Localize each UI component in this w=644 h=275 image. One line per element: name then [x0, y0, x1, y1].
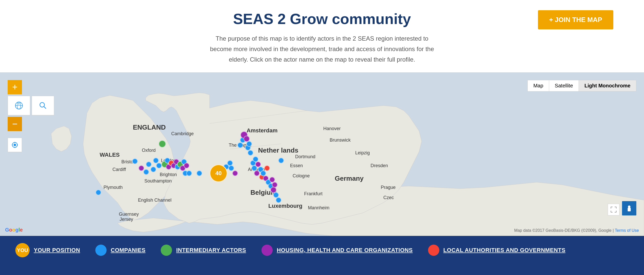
legend-item-you[interactable]: YOU YOUR POSITION — [15, 243, 80, 257]
legend-label-local-auth: LOCAL AUTHORITIES AND GOVERNMENTS — [443, 247, 566, 254]
legend-item-housing[interactable]: HOUSING, HEALTH AND CARE ORGANIZATIONS — [261, 245, 413, 256]
header-description: The purpose of this map is to identify a… — [207, 33, 437, 65]
map-icon-btn-1[interactable] — [8, 96, 30, 115]
legend-dot-companies — [95, 245, 107, 256]
svg-line-13 — [44, 107, 46, 109]
svg-point-14 — [14, 144, 16, 146]
pegman-icon — [626, 205, 633, 212]
my-location-button[interactable] — [8, 138, 22, 152]
map-background — [0, 72, 644, 236]
header: SEAS 2 Grow community + JOIN THE MAP The… — [0, 0, 644, 72]
location-icon — [11, 141, 18, 148]
legend-label-companies: COMPANIES — [111, 247, 145, 254]
map-type-controls[interactable]: Map Satellite Light Monochrome — [527, 80, 636, 91]
map-type-satellite[interactable]: Satellite — [549, 80, 579, 91]
legend-item-companies[interactable]: COMPANIES — [95, 245, 145, 256]
svg-point-10 — [18, 104, 19, 105]
legend-label-housing: HOUSING, HEALTH AND CARE ORGANIZATIONS — [277, 247, 413, 254]
legend-label-your-position: YOUR POSITION — [34, 247, 80, 254]
footer: YOU YOUR POSITION COMPANIES INTERMEDIARY… — [0, 236, 644, 275]
terms-link[interactable]: Terms of Use — [615, 228, 639, 233]
map-icon-btn-2[interactable] — [32, 96, 54, 115]
map-type-light-monochrome[interactable]: Light Monochrome — [579, 80, 636, 91]
join-map-button[interactable]: + JOIN THE MAP — [538, 10, 613, 29]
fullscreen-icon — [611, 207, 616, 212]
legend-dot-intermediary — [161, 245, 172, 256]
legend-dot-local-auth — [428, 245, 439, 256]
search-icon — [38, 101, 48, 110]
svg-rect-20 — [628, 208, 631, 211]
google-logo: Google — [5, 227, 23, 233]
world-icon — [14, 101, 24, 110]
legend-item-intermediary[interactable]: INTERMEDIARY ACTORS — [161, 245, 246, 256]
map-controls: + − — [8, 80, 54, 152]
zoom-out-button[interactable]: − — [8, 117, 22, 131]
map-container[interactable]: ENGLANDWALESCambridgeOxfordBristolCardif… — [0, 72, 644, 236]
legend-label-intermediary: INTERMEDIARY ACTORS — [176, 247, 246, 254]
map-cluster-0[interactable]: 40 — [210, 164, 227, 182]
svg-point-12 — [40, 102, 44, 107]
zoom-in-button[interactable]: + — [8, 80, 22, 94]
svg-point-21 — [628, 205, 630, 208]
map-attribution: Map data ©2017 GeoBasis-DE/BKG (©2009), … — [514, 228, 639, 233]
you-badge: YOU — [15, 243, 30, 257]
fullscreen-button[interactable] — [608, 204, 619, 215]
legend-dot-housing — [261, 245, 273, 256]
legend-item-local-auth[interactable]: LOCAL AUTHORITIES AND GOVERNMENTS — [428, 245, 566, 256]
street-view-button[interactable] — [622, 201, 636, 215]
map-type-map[interactable]: Map — [528, 80, 549, 91]
